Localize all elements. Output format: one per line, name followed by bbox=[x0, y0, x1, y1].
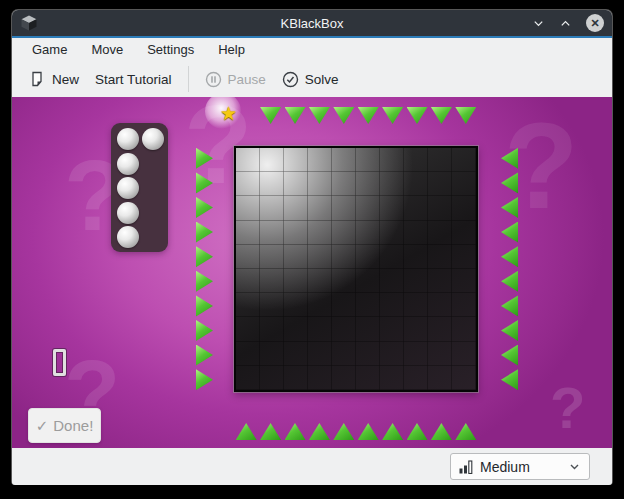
question-mark-watermark-4: ? bbox=[550, 379, 585, 437]
laser-arrow-bottom-0[interactable] bbox=[236, 423, 257, 440]
menubar: Game Move Settings Help bbox=[12, 38, 612, 61]
laser-arrow-top-8[interactable] bbox=[431, 107, 452, 124]
pause-button[interactable]: Pause bbox=[197, 66, 274, 93]
solve-button[interactable]: Solve bbox=[274, 66, 347, 93]
laser-arrow-top-7[interactable] bbox=[407, 107, 428, 124]
laser-arrow-bottom-4[interactable] bbox=[333, 423, 354, 440]
black-box-board[interactable] bbox=[234, 146, 478, 392]
laser-arrow-right-7[interactable] bbox=[501, 320, 518, 341]
laser-arrow-top-1[interactable] bbox=[260, 107, 281, 124]
ball-tray bbox=[111, 123, 168, 252]
solve-check-icon bbox=[282, 71, 299, 88]
laser-arrow-left-3[interactable] bbox=[196, 222, 213, 243]
laser-arrow-bottom-2[interactable] bbox=[285, 423, 306, 440]
tray-ball-4[interactable] bbox=[117, 202, 139, 224]
done-button[interactable]: ✓ Done! bbox=[28, 408, 101, 443]
difficulty-value: Medium bbox=[480, 459, 530, 475]
laser-arrow-left-8[interactable] bbox=[196, 345, 213, 366]
laser-arrow-left-0[interactable] bbox=[196, 148, 213, 169]
difficulty-dropdown[interactable]: Medium bbox=[450, 453, 590, 480]
toolbar: New Start Tutorial Pause Solve bbox=[12, 61, 612, 97]
tray-ball-3[interactable] bbox=[117, 177, 139, 199]
start-tutorial-button[interactable]: Start Tutorial bbox=[87, 67, 180, 92]
laser-arrow-left-6[interactable] bbox=[196, 295, 213, 316]
laser-arrow-bottom-6[interactable] bbox=[382, 423, 403, 440]
solve-button-label: Solve bbox=[305, 72, 339, 87]
laser-arrow-right-0[interactable] bbox=[501, 148, 518, 169]
laser-arrow-top-3[interactable] bbox=[309, 107, 330, 124]
menu-help[interactable]: Help bbox=[208, 40, 255, 59]
laser-arrow-bottom-7[interactable] bbox=[407, 423, 428, 440]
chevron-down-icon bbox=[568, 460, 581, 473]
start-tutorial-label: Start Tutorial bbox=[95, 72, 172, 87]
laser-arrow-left-7[interactable] bbox=[196, 320, 213, 341]
new-button[interactable]: New bbox=[22, 66, 87, 92]
laser-arrow-right-4[interactable] bbox=[501, 246, 518, 267]
tray-ball-0[interactable] bbox=[117, 128, 139, 150]
laser-arrow-bottom-8[interactable] bbox=[431, 423, 452, 440]
laser-arrow-bottom-5[interactable] bbox=[358, 423, 379, 440]
laser-arrow-top-5[interactable] bbox=[358, 107, 379, 124]
minimize-icon[interactable] bbox=[532, 17, 545, 30]
laser-arrow-right-3[interactable] bbox=[501, 222, 518, 243]
window-title: KBlackBox bbox=[12, 16, 612, 31]
menu-game[interactable]: Game bbox=[22, 40, 77, 59]
tray-ball-1[interactable] bbox=[142, 128, 164, 150]
laser-arrow-bottom-3[interactable] bbox=[309, 423, 330, 440]
laser-arrow-bottom-9[interactable] bbox=[455, 423, 476, 440]
laser-arrow-right-9[interactable] bbox=[501, 369, 518, 390]
score-display bbox=[53, 349, 66, 376]
laser-arrow-top-6[interactable] bbox=[382, 107, 403, 124]
new-document-icon bbox=[30, 71, 46, 87]
maximize-icon[interactable] bbox=[559, 17, 572, 30]
laser-arrow-left-9[interactable] bbox=[196, 369, 213, 390]
done-button-label: Done! bbox=[53, 417, 93, 434]
game-area: ★ ✓ Done! ????? bbox=[12, 97, 612, 448]
laser-arrow-left-2[interactable] bbox=[196, 197, 213, 218]
tray-ball-5[interactable] bbox=[117, 226, 139, 248]
laser-arrow-top-2[interactable] bbox=[285, 107, 306, 124]
laser-arrow-right-2[interactable] bbox=[501, 197, 518, 218]
pause-button-label: Pause bbox=[228, 72, 266, 87]
laser-arrow-left-4[interactable] bbox=[196, 246, 213, 267]
laser-arrow-top-9[interactable] bbox=[455, 107, 476, 124]
laser-arrow-right-1[interactable] bbox=[501, 172, 518, 193]
close-icon[interactable]: ✕ bbox=[586, 14, 604, 32]
laser-arrow-top-4[interactable] bbox=[333, 107, 354, 124]
tray-ball-2[interactable] bbox=[117, 153, 139, 175]
titlebar[interactable]: KBlackBox ✕ bbox=[12, 10, 612, 36]
laser-hit-star-icon: ★ bbox=[220, 102, 237, 125]
laser-arrow-left-5[interactable] bbox=[196, 271, 213, 292]
laser-arrow-right-5[interactable] bbox=[501, 271, 518, 292]
difficulty-bars-icon bbox=[459, 460, 473, 474]
kblackbox-window: KBlackBox ✕ Game Move Settings Help New bbox=[12, 10, 612, 484]
laser-arrow-bottom-1[interactable] bbox=[260, 423, 281, 440]
menu-move[interactable]: Move bbox=[81, 40, 133, 59]
laser-arrow-right-8[interactable] bbox=[501, 345, 518, 366]
pause-icon bbox=[205, 71, 222, 88]
new-button-label: New bbox=[52, 72, 79, 87]
laser-arrow-left-1[interactable] bbox=[196, 172, 213, 193]
menu-settings[interactable]: Settings bbox=[137, 40, 204, 59]
done-check-icon: ✓ bbox=[36, 417, 49, 435]
statusbar: Medium bbox=[12, 448, 612, 485]
toolbar-separator bbox=[188, 66, 189, 92]
laser-arrow-right-6[interactable] bbox=[501, 295, 518, 316]
